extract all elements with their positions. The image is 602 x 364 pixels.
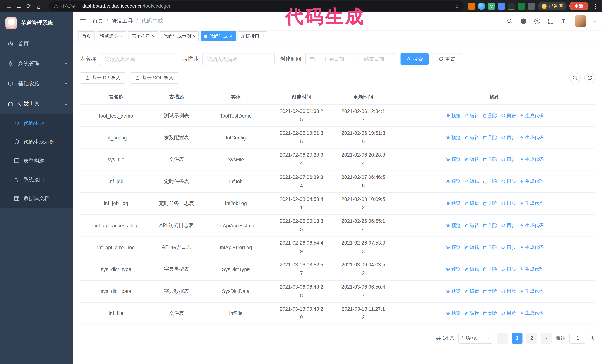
browser-update-button[interactable]: 更新 xyxy=(570,2,589,10)
edit-link[interactable]: 编辑 xyxy=(464,310,479,316)
generate-code-link[interactable]: 生成代码 xyxy=(519,288,544,295)
back-icon[interactable]: ← xyxy=(4,3,14,10)
generate-code-link[interactable]: 生成代码 xyxy=(519,266,544,272)
hamburger-icon[interactable] xyxy=(79,18,86,24)
sidebar-item-infrastructure[interactable]: 基础设施 ▾ xyxy=(0,74,73,94)
vue-devtools-icon[interactable]: V xyxy=(488,2,495,10)
delete-link[interactable]: 删除 xyxy=(483,156,497,163)
sidebar-item-home[interactable]: 首页 xyxy=(0,34,73,54)
forward-icon[interactable]: → xyxy=(14,3,24,10)
delete-link[interactable]: 删除 xyxy=(483,288,497,295)
extension-icon[interactable] xyxy=(468,2,475,10)
delete-link[interactable]: 删除 xyxy=(483,222,497,229)
generate-code-link[interactable]: 生成代码 xyxy=(519,134,544,141)
table-desc-input[interactable] xyxy=(202,53,275,65)
date-range-picker[interactable]: 开始日期 - 结束日期 xyxy=(305,53,395,65)
search-button[interactable]: 搜索 xyxy=(401,53,429,65)
toggle-search-button[interactable] xyxy=(570,73,580,83)
github-icon[interactable] xyxy=(520,18,527,24)
tab-codegen-example[interactable]: 代码生成示例× xyxy=(160,31,199,41)
import-db-button[interactable]: 基于 DB 导入 xyxy=(80,72,126,84)
user-avatar[interactable] xyxy=(575,15,586,27)
sync-link[interactable]: 同步 xyxy=(501,266,516,272)
edit-link[interactable]: 编辑 xyxy=(464,266,479,272)
preview-link[interactable]: 预览 xyxy=(446,288,461,295)
edit-link[interactable]: 编辑 xyxy=(464,200,479,207)
goto-page-input[interactable] xyxy=(570,333,586,344)
sidebar-item-system[interactable]: 系统管理 ▾ xyxy=(0,54,73,74)
search-icon[interactable] xyxy=(507,18,513,24)
close-icon[interactable]: × xyxy=(193,34,195,39)
close-icon[interactable]: × xyxy=(230,34,232,39)
edit-link[interactable]: 编辑 xyxy=(464,134,479,141)
preview-link[interactable]: 预览 xyxy=(446,200,461,207)
preview-link[interactable]: 预览 xyxy=(446,156,461,163)
generate-code-link[interactable]: 生成代码 xyxy=(519,112,544,119)
sidebar-item-db-docs[interactable]: 数据库文档 xyxy=(0,189,73,208)
page-size-select[interactable]: 10条/页 ▾ xyxy=(458,333,493,344)
tab-trace[interactable]: 链路追踪× xyxy=(97,31,126,41)
edit-link[interactable]: 编辑 xyxy=(464,244,479,250)
extension-icon[interactable] xyxy=(478,2,485,10)
preview-link[interactable]: 预览 xyxy=(446,112,461,119)
paused-badge[interactable]: 已暂停 xyxy=(538,2,567,10)
reset-button[interactable]: 重置 xyxy=(432,53,462,65)
breadcrumb-home[interactable]: 首页 xyxy=(92,18,103,24)
generate-code-link[interactable]: 生成代码 xyxy=(519,200,544,207)
sync-link[interactable]: 同步 xyxy=(501,156,516,163)
generate-code-link[interactable]: 生成代码 xyxy=(519,222,544,229)
edit-link[interactable]: 编辑 xyxy=(464,112,479,119)
prev-page-button[interactable]: ‹ xyxy=(497,333,508,344)
sync-link[interactable]: 同步 xyxy=(501,178,516,185)
delete-link[interactable]: 删除 xyxy=(483,310,497,316)
import-sql-button[interactable]: 基于 SQL 导入 xyxy=(130,72,178,84)
generate-code-link[interactable]: 生成代码 xyxy=(519,178,544,185)
extension-icon[interactable] xyxy=(518,2,525,10)
caret-down-icon[interactable]: ▾ xyxy=(594,19,596,23)
edit-link[interactable]: 编辑 xyxy=(464,178,479,185)
page-button-1[interactable]: 1 xyxy=(512,333,522,344)
tab-form-builder[interactable]: 表单构建× xyxy=(128,31,158,41)
next-page-button[interactable]: › xyxy=(541,333,552,344)
extension-icon[interactable] xyxy=(528,2,535,10)
preview-link[interactable]: 预览 xyxy=(446,266,461,272)
preview-link[interactable]: 预览 xyxy=(446,222,461,229)
sync-link[interactable]: 同步 xyxy=(501,288,516,295)
fullscreen-icon[interactable] xyxy=(548,18,554,24)
tab-home[interactable]: 首页 xyxy=(78,31,95,41)
sidebar-item-form-builder[interactable]: 表单构建 xyxy=(0,151,73,170)
preview-link[interactable]: 预览 xyxy=(446,178,461,185)
bookmark-star-icon[interactable]: ☆ xyxy=(455,3,459,9)
breadcrumb-dev-tools[interactable]: 研发工具 xyxy=(111,18,133,24)
browser-menu-icon[interactable]: ⋮ xyxy=(593,3,598,9)
extension-icon[interactable] xyxy=(508,2,515,10)
generate-code-link[interactable]: 生成代码 xyxy=(519,156,544,163)
edit-link[interactable]: 编辑 xyxy=(464,288,479,295)
page-button-2[interactable]: 2 xyxy=(526,333,537,344)
preview-link[interactable]: 预览 xyxy=(446,244,461,250)
close-icon[interactable]: × xyxy=(120,34,123,39)
close-icon[interactable]: × xyxy=(152,34,154,39)
delete-link[interactable]: 删除 xyxy=(483,178,497,185)
delete-link[interactable]: 删除 xyxy=(483,266,497,272)
sidebar-item-codegen-example[interactable]: 代码生成示例 xyxy=(0,132,73,151)
sidebar-item-dev-tools[interactable]: 研发工具 ▴ xyxy=(0,94,73,114)
preview-link[interactable]: 预览 xyxy=(446,310,461,316)
extension-icon[interactable] xyxy=(498,2,505,10)
home-icon[interactable]: ⌂ xyxy=(34,3,44,10)
font-size-icon[interactable]: TT xyxy=(562,18,567,24)
generate-code-link[interactable]: 生成代码 xyxy=(519,310,544,316)
refresh-table-button[interactable] xyxy=(584,73,595,83)
delete-link[interactable]: 删除 xyxy=(483,112,497,119)
url-bar[interactable]: ⚠ 不安全 dashboard.yudao.iocoder.cn/tool/co… xyxy=(49,1,464,11)
sync-link[interactable]: 同步 xyxy=(501,134,516,141)
close-icon[interactable]: × xyxy=(261,34,264,39)
preview-link[interactable]: 预览 xyxy=(446,134,461,141)
reload-icon[interactable]: ⟳ xyxy=(24,3,34,10)
sync-link[interactable]: 同步 xyxy=(501,244,516,250)
edit-link[interactable]: 编辑 xyxy=(464,222,479,229)
sync-link[interactable]: 同步 xyxy=(501,310,516,316)
tab-system-api[interactable]: 系统接口× xyxy=(237,31,267,41)
sync-link[interactable]: 同步 xyxy=(501,200,516,207)
sync-link[interactable]: 同步 xyxy=(501,112,516,119)
